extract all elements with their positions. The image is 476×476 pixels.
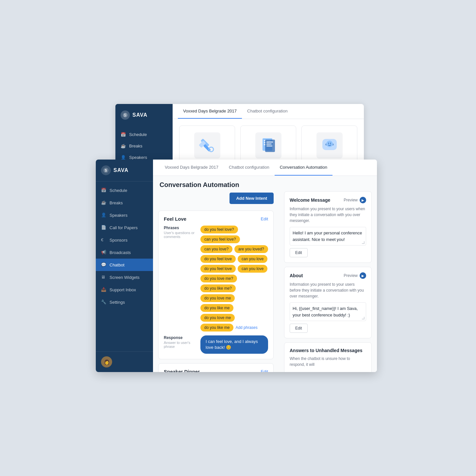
resize-handle bbox=[362, 241, 365, 244]
sidebar-item-speakers[interactable]: 👤 Speakers bbox=[96, 209, 153, 221]
intent-feellove-header: Feel Love Edit bbox=[164, 216, 268, 222]
sidebar-item-callforpapers[interactable]: 📄 Call for Papers bbox=[96, 221, 153, 234]
phrases-subtitle: User's questions or comments bbox=[164, 231, 196, 239]
sidebar-item-schedule[interactable]: 📅 Schedule bbox=[96, 184, 153, 196]
sidebar-item-settings[interactable]: 🔧 Settings bbox=[96, 296, 153, 308]
back-sidebar-header: S SAVA bbox=[115, 104, 173, 126]
back-tab-event[interactable]: Voxxed Days Belgrade 2017 bbox=[178, 104, 242, 119]
back-breaks-icon: ☕ bbox=[121, 144, 126, 148]
phrase-tag: do you feel love bbox=[200, 255, 236, 263]
intent-card-feellove: Feel Love Edit Phrases User's questions … bbox=[158, 211, 274, 359]
svg-point-21 bbox=[326, 141, 333, 147]
welcome-preview-link[interactable]: Preview bbox=[344, 198, 358, 202]
welcome-description: Information you present to your users wh… bbox=[290, 206, 366, 224]
back-logo-icon: S bbox=[121, 110, 130, 120]
phrase-tag: do you feel love? bbox=[200, 226, 238, 233]
phrases-section: Phrases User's questions or comments do … bbox=[164, 226, 268, 332]
sidebar-header: S SAVA bbox=[96, 160, 153, 181]
messenger-about-icon: ▶ bbox=[360, 272, 366, 279]
user-avatar[interactable]: 👩 bbox=[101, 356, 112, 367]
about-preview-link[interactable]: Preview bbox=[344, 273, 358, 278]
tab-event[interactable]: Voxxed Days Belgrade 2017 bbox=[160, 160, 224, 176]
top-tabs: Voxxed Days Belgrade 2017 Chatbot config… bbox=[153, 160, 377, 176]
quick-replies-icon-area bbox=[316, 132, 343, 159]
sidebar-logo-icon: S bbox=[101, 165, 111, 175]
sidebar-avatar-area: 👩 bbox=[96, 351, 153, 372]
phrase-tag: can you love bbox=[238, 265, 267, 273]
settings-icon: 🔧 bbox=[101, 299, 106, 305]
intent-feellove-name: Feel Love bbox=[164, 216, 186, 222]
unhandled-header: Answers to Unhandled Messages bbox=[290, 348, 366, 353]
welcome-title: Welcome Message bbox=[290, 197, 330, 203]
unhandled-description: When the chatbot is unsure how to respon… bbox=[290, 356, 366, 367]
response-label: Response Answer to user's phrase bbox=[164, 335, 196, 354]
about-text-area[interactable]: Hi, {{user_first_name}}! I am Sava, your… bbox=[290, 302, 366, 321]
main-content: Voxxed Days Belgrade 2017 Chatbot config… bbox=[153, 160, 377, 372]
papers-icon: 📄 bbox=[101, 225, 106, 230]
about-resize-handle bbox=[362, 317, 365, 319]
phrase-tag: do you love me? bbox=[200, 275, 237, 282]
phrase-tag: are you loved? bbox=[234, 245, 268, 253]
tools-icon bbox=[194, 132, 220, 159]
chat-menu-icon bbox=[255, 132, 281, 159]
phrase-tag: do you like me? bbox=[200, 284, 236, 292]
quick-replies-icon bbox=[316, 132, 343, 159]
sidebar-item-supportinbox[interactable]: 📥 Support Inbox bbox=[96, 283, 153, 296]
sidebar-item-chatbot[interactable]: 💬 Chatbot bbox=[96, 259, 153, 271]
response-section: Response Answer to user's phrase I can f… bbox=[164, 335, 268, 354]
foreground-card: S SAVA 📅 Schedule ☕ Breaks 👤 Speakers bbox=[96, 160, 377, 372]
broadcasts-icon: 📢 bbox=[101, 250, 106, 255]
widgets-icon: 🖥 bbox=[101, 275, 106, 280]
phrase-tag: do you love me bbox=[200, 294, 235, 302]
breaks-icon: ☕ bbox=[101, 200, 106, 205]
back-tab-chatbot[interactable]: Chatbot configuration bbox=[242, 104, 293, 119]
tab-chatbot-config[interactable]: Chatbot configuration bbox=[224, 160, 275, 176]
back-tabs: Voxxed Days Belgrade 2017 Chatbot config… bbox=[173, 104, 364, 119]
svg-rect-13 bbox=[266, 142, 273, 143]
tab-conversation-automation[interactable]: Conversation Automation bbox=[275, 160, 332, 176]
page-title: Conversation Automation bbox=[153, 176, 377, 191]
sidebar-item-broadcasts[interactable]: 📢 Broadcasts bbox=[96, 246, 153, 259]
phrase-tag: do you love me bbox=[200, 314, 235, 322]
back-nav-schedule[interactable]: 📅 Schedule bbox=[115, 129, 173, 140]
intent-speakerdinner-edit-link[interactable]: Edit bbox=[261, 369, 268, 372]
sidebar: S SAVA 📅 Schedule ☕ Breaks 👤 Speakers bbox=[96, 160, 153, 372]
svg-text:S: S bbox=[124, 113, 126, 117]
back-calendar-icon: 📅 bbox=[121, 132, 126, 137]
phrases-tags: do you feel love? can you feel love? can… bbox=[200, 226, 268, 332]
about-card: About Preview ▶ Information you present … bbox=[284, 267, 372, 338]
sidebar-item-sponsors[interactable]: € Sponsors bbox=[96, 234, 153, 246]
sidebar-nav: 📅 Schedule ☕ Breaks 👤 Speakers 📄 Call fo… bbox=[96, 181, 153, 351]
content-area: Add New Intent Feel Love Edit Phrases Us… bbox=[153, 191, 377, 372]
welcome-text-area[interactable]: Hello! I am your personal conference ass… bbox=[290, 227, 366, 246]
phrase-tag: do you feel love bbox=[200, 265, 236, 273]
sidebar-item-breaks[interactable]: ☕ Breaks bbox=[96, 196, 153, 209]
back-nav-breaks[interactable]: ☕ Breaks bbox=[115, 140, 173, 152]
svg-text:S: S bbox=[105, 168, 107, 172]
add-new-intent-button[interactable]: Add New Intent bbox=[230, 193, 274, 204]
inbox-icon: 📥 bbox=[101, 287, 106, 292]
response-subtitle: Answer to user's phrase bbox=[164, 341, 196, 348]
speakers-icon: 👤 bbox=[101, 212, 106, 218]
phrase-tag: do you like me bbox=[200, 304, 233, 312]
welcome-message-card: Welcome Message Preview ▶ Information yo… bbox=[284, 191, 372, 263]
phrase-tag: can you love? bbox=[200, 245, 232, 253]
welcome-edit-button[interactable]: Edit bbox=[290, 248, 308, 257]
welcome-card-header: Welcome Message Preview ▶ bbox=[290, 197, 366, 203]
about-description: Information you present to your users be… bbox=[290, 281, 366, 299]
about-edit-button[interactable]: Edit bbox=[290, 324, 308, 333]
right-panel: Welcome Message Preview ▶ Information yo… bbox=[279, 191, 377, 372]
intent-card-speakerdinner: Speaker Dinner Edit bbox=[158, 363, 274, 372]
sidebar-brand-text: SAVA bbox=[113, 167, 128, 173]
phrase-tag: can you love bbox=[238, 255, 267, 263]
response-title: Response bbox=[164, 335, 196, 340]
phrases-title: Phrases bbox=[164, 226, 196, 230]
messenger-preview-icon: ▶ bbox=[360, 197, 366, 203]
conversation-automation-icon-area bbox=[194, 132, 220, 159]
intent-speakerdinner-header: Speaker Dinner Edit bbox=[164, 369, 268, 372]
intent-feellove-edit-link[interactable]: Edit bbox=[261, 216, 268, 221]
sidebar-item-screenwidgets[interactable]: 🖥 Screen Widgets bbox=[96, 271, 153, 283]
phrase-tag: do you like me bbox=[200, 324, 233, 332]
calendar-icon: 📅 bbox=[101, 188, 106, 193]
add-phrases-link[interactable]: Add phrases bbox=[235, 324, 257, 332]
